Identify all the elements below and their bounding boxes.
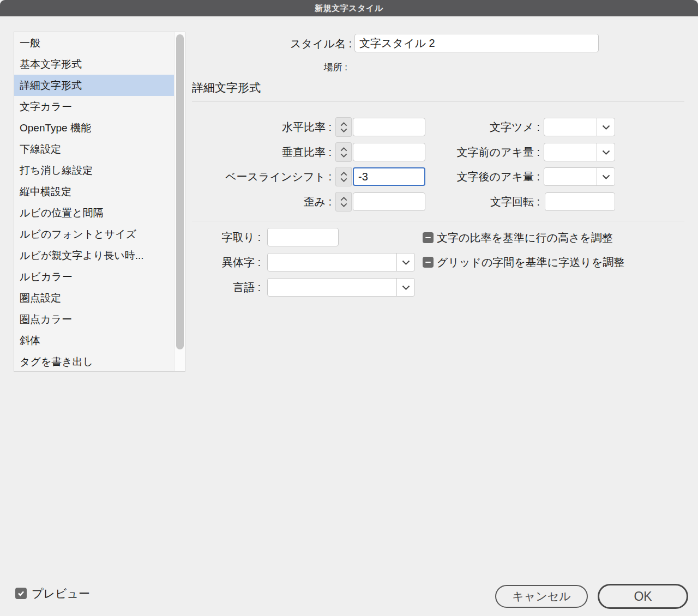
skew-input[interactable] <box>353 192 425 211</box>
tsume-select[interactable] <box>544 118 615 136</box>
sidebar-item-advanced-character-formats[interactable]: 詳細文字形式 <box>14 75 174 96</box>
chevron-up-icon <box>340 122 347 126</box>
tsume-dropdown-button[interactable] <box>597 118 615 136</box>
sidebar-item-skew[interactable]: 斜体 <box>14 330 174 351</box>
dialog-title: 新規文字スタイル <box>315 3 383 14</box>
itaiji-selected-value <box>268 253 396 271</box>
category-list: 一般 基本文字形式 詳細文字形式 文字カラー OpenType 機能 下線設定 … <box>14 32 185 372</box>
section-divider-top <box>192 101 684 102</box>
space-before-select[interactable] <box>544 143 615 161</box>
mixed-state-icon <box>425 262 431 263</box>
dialog-titlebar: 新規文字スタイル <box>0 0 698 16</box>
skew-label: 歪み : <box>303 192 332 211</box>
chevron-up-icon <box>340 147 347 152</box>
chevron-down-icon <box>340 178 347 182</box>
space-before-dropdown-button[interactable] <box>597 143 615 161</box>
chevron-down-icon <box>602 174 610 179</box>
baseline-shift-label: ベースラインシフト : <box>225 167 332 186</box>
style-name-label: スタイル名 : <box>290 34 352 53</box>
section-divider-middle <box>192 221 684 221</box>
space-after-select[interactable] <box>544 167 615 186</box>
preview-checkbox[interactable] <box>15 588 27 599</box>
sidebar-item-ruby-overhang[interactable]: ルビが親文字より長い時... <box>14 245 174 266</box>
sidebar-item-character-color[interactable]: 文字カラー <box>14 96 174 117</box>
chevron-down-icon <box>602 125 610 130</box>
language-label: 言語 : <box>233 278 261 297</box>
chevron-down-icon <box>402 260 410 265</box>
location-label: 場所 : <box>324 58 347 76</box>
tsume-label: 文字ツメ : <box>490 118 540 136</box>
vertical-scale-input[interactable] <box>353 143 425 161</box>
preview-label: プレビュー <box>32 588 90 599</box>
section-title: 詳細文字形式 <box>192 80 261 95</box>
vertical-scale-label: 垂直比率 : <box>282 143 332 161</box>
jidori-label: 字取り : <box>221 228 261 246</box>
space-before-selected-value <box>544 143 597 161</box>
itaiji-dropdown-button[interactable] <box>396 253 414 271</box>
sidebar-scrollbar[interactable] <box>174 32 185 371</box>
skew-stepper[interactable] <box>335 192 352 212</box>
jidori-input[interactable] <box>267 228 339 246</box>
tsume-selected-value <box>544 118 597 136</box>
ok-button[interactable]: OK <box>598 584 688 609</box>
cancel-button[interactable]: キャンセル <box>495 585 588 608</box>
space-after-dropdown-button[interactable] <box>597 168 615 185</box>
mixed-state-icon <box>425 237 431 239</box>
rotation-input[interactable] <box>545 192 615 211</box>
horizontal-scale-stepper[interactable] <box>335 117 352 137</box>
sidebar-item-export-tagging[interactable]: タグを書き出し <box>14 351 174 372</box>
adjust-tracking-grid-label: グリッドの字間を基準に字送りを調整 <box>437 257 624 268</box>
language-selected-value <box>268 279 396 296</box>
language-select[interactable] <box>267 278 415 297</box>
itaiji-select[interactable] <box>267 253 415 271</box>
sidebar-scrollbar-thumb[interactable] <box>176 34 184 349</box>
sidebar-item-ruby-font-size[interactable]: ルビのフォントとサイズ <box>14 224 174 245</box>
sidebar-item-strikethrough-options[interactable]: 打ち消し線設定 <box>14 160 174 181</box>
adjust-line-height-checkbox[interactable] <box>423 232 434 243</box>
rotation-label: 文字回転 : <box>490 192 540 211</box>
sidebar-item-tatechuyoko[interactable]: 縦中横設定 <box>14 181 174 202</box>
style-name-input[interactable] <box>354 34 599 52</box>
sidebar-item-basic-character-formats[interactable]: 基本文字形式 <box>14 53 174 75</box>
space-after-selected-value <box>544 168 597 185</box>
space-before-label: 文字前のアキ量 : <box>456 143 540 161</box>
sidebar-item-kenten-settings[interactable]: 圏点設定 <box>14 287 174 309</box>
adjust-line-height-label: 文字の比率を基準に行の高さを調整 <box>437 232 613 243</box>
language-dropdown-button[interactable] <box>396 279 414 296</box>
horizontal-scale-input[interactable] <box>353 118 425 136</box>
sidebar-item-opentype-features[interactable]: OpenType 機能 <box>14 117 174 138</box>
chevron-down-icon <box>340 203 347 207</box>
sidebar-item-kenten-color[interactable]: 圏点カラー <box>14 309 174 330</box>
sidebar-item-ruby-placement[interactable]: ルビの位置と間隔 <box>14 202 174 224</box>
chevron-up-icon <box>340 172 347 176</box>
sidebar-item-ruby-color[interactable]: ルビカラー <box>14 266 174 287</box>
vertical-scale-stepper[interactable] <box>335 142 352 162</box>
chevron-down-icon <box>402 285 410 290</box>
sidebar-item-general[interactable]: 一般 <box>14 32 174 53</box>
chevron-down-icon <box>340 128 347 132</box>
sidebar-item-underline-options[interactable]: 下線設定 <box>14 138 174 160</box>
adjust-tracking-grid-checkbox[interactable] <box>423 257 434 268</box>
baseline-shift-input[interactable] <box>353 167 425 186</box>
chevron-down-icon <box>340 153 347 158</box>
chevron-down-icon <box>602 150 610 155</box>
itaiji-label: 異体字 : <box>222 253 261 271</box>
chevron-up-icon <box>340 197 347 201</box>
space-after-label: 文字後のアキ量 : <box>456 167 540 186</box>
baseline-shift-stepper[interactable] <box>335 167 352 186</box>
check-icon <box>17 590 25 596</box>
horizontal-scale-label: 水平比率 : <box>282 118 332 136</box>
